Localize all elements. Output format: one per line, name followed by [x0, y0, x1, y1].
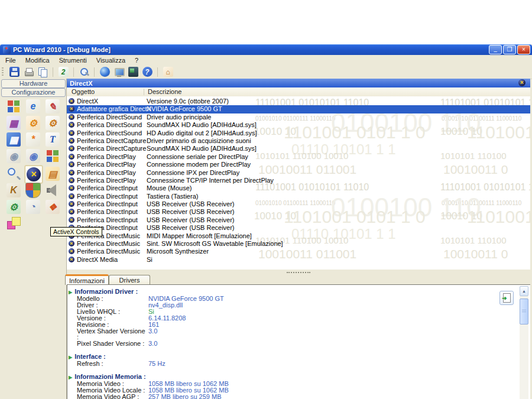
- dashboard-grid-icon[interactable]: ▦: [5, 131, 22, 148]
- table-row[interactable]: ×Periferica DirectInputUSB Receiver (USB…: [67, 216, 530, 224]
- search-button[interactable]: [77, 66, 91, 78]
- library-icon-icon: ▤: [46, 167, 60, 181]
- export-report-button[interactable]: [499, 291, 514, 305]
- table-row[interactable]: ×Periferica DirectPlayConnessione TCP/IP…: [67, 177, 530, 184]
- table-row[interactable]: ×Periferica DirectInputUSB Receiver (USB…: [67, 200, 530, 208]
- toolbar-separator: [94, 67, 95, 77]
- column-descrizione[interactable]: Descrizione: [148, 88, 181, 95]
- windows-system-icon[interactable]: [5, 98, 22, 115]
- refresh-button[interactable]: 2: [56, 66, 70, 78]
- refresh-icon: 2: [59, 67, 69, 77]
- menu-help[interactable]: ?: [135, 57, 138, 64]
- benchmark-icon[interactable]: ❖: [44, 199, 61, 215]
- table-row[interactable]: ×DirectX MediaSi: [67, 256, 530, 264]
- table-row[interactable]: ×Periferica DirectInputMouse (Mouse): [67, 184, 530, 192]
- column-oggetto[interactable]: Oggetto: [72, 88, 95, 95]
- row-description: MIDI Mapper Microsoft [Emulazione]: [147, 232, 252, 240]
- tab-drivers[interactable]: Drivers: [109, 275, 150, 285]
- info-row: Memoria Video AGP :257 MB libero su 259 …: [69, 394, 507, 399]
- sidebar-tab-hardware[interactable]: Hardware: [1, 79, 66, 88]
- close-button[interactable]: ×: [517, 45, 530, 54]
- row-description: Driver primario di acquisizione suoni: [147, 137, 251, 145]
- table-row[interactable]: ×Periferica DirectCaptureSoundMAX HD Aud…: [67, 145, 530, 153]
- windows-update-icon[interactable]: [44, 148, 61, 164]
- section-title-text: Informazioni Driver :: [74, 288, 138, 295]
- table-row[interactable]: ×Periferica DirectPlayConnessione IPX pe…: [67, 169, 530, 177]
- security-center-icon[interactable]: [25, 182, 41, 199]
- row-object: Periferica DirectInput: [77, 208, 138, 216]
- info-value: 161: [148, 322, 159, 328]
- copy-button[interactable]: [35, 66, 50, 78]
- audio-devices-icon[interactable]: [44, 182, 61, 199]
- display-settings-icon[interactable]: ▦: [5, 115, 22, 131]
- table-row[interactable]: ×Periferica DirectInputUSB Receiver (USB…: [67, 208, 530, 216]
- access-keys-icon[interactable]: K: [5, 182, 22, 199]
- scheduler-icon[interactable]: ◔: [25, 199, 41, 215]
- table-row[interactable]: ×Periferica DirectCaptureDriver primario…: [67, 137, 530, 145]
- row-description: HD Audio digital out 2 [ADIHdAud.sys]: [147, 129, 257, 137]
- table-row[interactable]: ×Periferica DirectPlayConnessione modem …: [67, 161, 530, 168]
- row-description: Connessione IPX per DirectPlay: [147, 169, 239, 177]
- home-button[interactable]: ⌂: [161, 66, 175, 78]
- winlogo-icon: [7, 99, 21, 113]
- info-scrollbar[interactable]: ▲: [520, 286, 528, 399]
- globe-icon: [100, 67, 110, 77]
- table-row[interactable]: ×Periferica DirectMusicMIDI Mapper Micro…: [67, 232, 530, 240]
- devices-button[interactable]: [112, 66, 126, 78]
- scroll-thumb[interactable]: [520, 299, 528, 325]
- table-row[interactable]: ×Periferica DirectMusicSint. SW Microsof…: [67, 240, 530, 248]
- menu-strumenti[interactable]: Strumenti: [59, 57, 87, 64]
- directx-ball-icon: ×: [69, 106, 74, 112]
- winlogo-icon: [46, 149, 60, 163]
- magnifier-icon: [79, 67, 89, 77]
- row-description: NVIDIA GeForce 9500 GT: [147, 105, 222, 113]
- install-disc-icon[interactable]: ◉: [5, 148, 22, 164]
- info-label: Refresh :: [77, 361, 148, 367]
- menu-file[interactable]: File: [5, 57, 16, 64]
- colors-icon[interactable]: [5, 215, 22, 232]
- table-row[interactable]: ×Periferica DirectSoundDriver audio prin…: [67, 113, 530, 121]
- splitter-handle-icon[interactable]: [287, 272, 310, 273]
- web-button[interactable]: [98, 66, 112, 78]
- device-report-icon[interactable]: ⚙: [44, 115, 61, 131]
- system-chip-button[interactable]: [126, 66, 140, 78]
- directx-ball-icon: ×: [69, 241, 74, 246]
- system-gear-icon[interactable]: ⚙: [25, 115, 41, 131]
- minimize-button[interactable]: –: [489, 45, 502, 54]
- msn-butterfly-icon[interactable]: *: [25, 131, 41, 148]
- row-description: Sint. SW Microsoft GS Wavetable [Emulazi…: [147, 240, 283, 248]
- toolbar-separator: [73, 67, 74, 77]
- table-row[interactable]: ×Periferica DirectInputTastiera (Tastier…: [67, 193, 530, 200]
- title-bar[interactable]: PC Wizard 2010 - [Debug Mode] – ❐ ×: [0, 44, 532, 55]
- directx-ball-icon: ×: [69, 193, 74, 199]
- search-file-icon[interactable]: [5, 166, 22, 182]
- table-row[interactable]: ×Periferica DirectSoundSoundMAX HD Audio…: [67, 121, 530, 129]
- internet-explorer-icon[interactable]: e: [25, 98, 41, 115]
- section-arrow-icon: ▶: [69, 355, 72, 360]
- info-row: Livello WHQL :Si: [69, 309, 507, 315]
- section-title-text: Interface :: [74, 353, 106, 360]
- notes-icon[interactable]: ✎: [44, 98, 61, 115]
- directx-icon[interactable]: ×: [25, 166, 43, 183]
- library-icon[interactable]: ▤: [44, 166, 61, 182]
- tab-informazioni[interactable]: Informazioni: [65, 274, 109, 285]
- restore-button[interactable]: ❐: [503, 45, 516, 54]
- table-row[interactable]: ×DirectXVersione 9.0c (ottobre 2007): [67, 98, 530, 105]
- menu-visualizza[interactable]: Visualizza: [96, 57, 125, 64]
- table-row[interactable]: ×Adattatore grafica DirectXNVIDIA GeForc…: [67, 105, 530, 113]
- table-row[interactable]: ×Periferica DirectInputUSB Receiver (USB…: [67, 224, 530, 232]
- scroll-up-button[interactable]: ▲: [520, 286, 528, 296]
- table-row[interactable]: ×Periferica DirectSoundHD Audio digital …: [67, 129, 530, 137]
- menu-modifica[interactable]: Modifica: [25, 57, 50, 64]
- sidebar-tab-configurazione[interactable]: Configurazione: [1, 88, 66, 97]
- services-icon[interactable]: ⚙: [5, 199, 22, 215]
- table-row[interactable]: ×Periferica DirectMusicMicrosoft Synthes…: [67, 248, 530, 255]
- table-row[interactable]: ×Periferica DirectPlayConnessione serial…: [67, 153, 530, 161]
- swatches-icon: [7, 216, 21, 231]
- pane-close-icon[interactable]: ×: [518, 79, 525, 86]
- help-button[interactable]: ?: [140, 66, 154, 78]
- fonts-icon[interactable]: T: [44, 131, 61, 148]
- applications-disc-icon[interactable]: ◉: [25, 148, 41, 164]
- print-button[interactable]: [21, 66, 35, 78]
- save-button[interactable]: [7, 66, 21, 78]
